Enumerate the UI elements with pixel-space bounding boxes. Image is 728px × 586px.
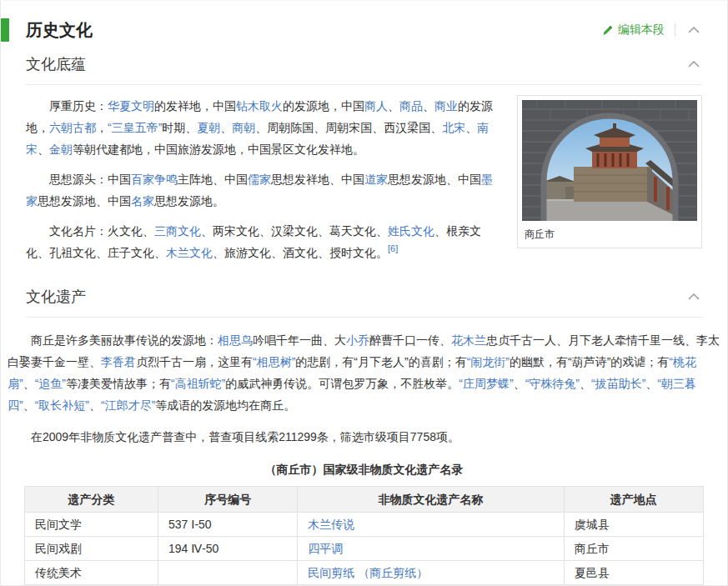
heritage-table-wrapper: 遗产分类序号编号非物质文化遗产名称遗产地点 民间文学537 Ⅰ-50木兰传说虞城… bbox=[1, 486, 727, 585]
inline-link[interactable]: 商业 bbox=[434, 99, 458, 113]
inline-link[interactable]: 花木兰 bbox=[451, 333, 486, 347]
divider bbox=[675, 23, 675, 37]
number-cell: 537 Ⅰ-50 bbox=[158, 513, 298, 537]
text-segment: 、旅游文化、酒文化、授时文化。 bbox=[213, 246, 388, 259]
text-segment: 贞烈千古一扇，这里有 bbox=[136, 355, 253, 368]
inline-link[interactable]: “高祖斩蛇” bbox=[171, 377, 225, 390]
table-row: 传统美术民间剪纸 （商丘剪纸）夏邑县 bbox=[25, 561, 704, 585]
text-segment: 的发祥地，中国 bbox=[154, 99, 236, 113]
text-segment: 、 bbox=[23, 377, 35, 390]
inline-link[interactable]: 姓氏文化 bbox=[388, 224, 434, 238]
collapse-section-button[interactable] bbox=[685, 24, 702, 36]
text-segment: 文化名片：火文化、 bbox=[49, 224, 154, 238]
inline-link[interactable]: 商品 bbox=[399, 99, 423, 113]
text-segment: 、 bbox=[220, 121, 232, 134]
inline-link[interactable]: “三皇五帝” bbox=[108, 121, 162, 134]
inline-link[interactable]: 儒家 bbox=[248, 173, 271, 186]
heritage-item-link[interactable]: 民间剪纸 （商丘剪纸） bbox=[308, 566, 428, 579]
inline-link[interactable]: “守株待兔” bbox=[525, 377, 580, 390]
inline-link[interactable]: “相思树” bbox=[253, 355, 295, 368]
heritage-table: 遗产分类序号编号非物质文化遗产名称遗产地点 民间文学537 Ⅰ-50木兰传说虞城… bbox=[24, 486, 704, 585]
city-gate-photo[interactable] bbox=[522, 100, 697, 221]
heading-accent-bar bbox=[1, 18, 9, 42]
name-cell: 民间剪纸 （商丘剪纸） bbox=[298, 561, 564, 585]
subsection-title: 文化底蕴 bbox=[26, 54, 86, 74]
heritage-item-link[interactable]: 木兰传说 bbox=[308, 518, 354, 531]
inline-link[interactable]: “江郎才尽” bbox=[101, 398, 155, 412]
inline-link[interactable]: “追鱼” bbox=[35, 377, 66, 390]
text-segment: 、 bbox=[38, 143, 49, 156]
inline-link[interactable]: 三商文化 bbox=[154, 224, 201, 238]
location-cell: 虞城县 bbox=[564, 513, 703, 537]
text-segment: 思想发源地、中国 bbox=[38, 194, 131, 208]
collapse-subsection-button[interactable] bbox=[685, 291, 702, 303]
text-segment: 、 bbox=[23, 398, 35, 412]
pencil-icon bbox=[602, 24, 614, 36]
text-segment: ， bbox=[96, 121, 108, 134]
inline-link[interactable]: 六朝古都 bbox=[49, 121, 96, 134]
text-segment: 、 bbox=[89, 398, 101, 412]
text-segment: 、周朝陈国、周朝宋国、西汉梁国、 bbox=[255, 121, 442, 134]
photo-caption: 商丘市 bbox=[522, 221, 697, 243]
inline-link[interactable]: “闹龙街” bbox=[467, 355, 510, 368]
name-cell: 木兰传说 bbox=[298, 513, 564, 537]
text-segment: 等成语的发源地均在商丘。 bbox=[155, 398, 295, 412]
text-segment: 思想发源地。 bbox=[154, 194, 224, 208]
collapse-subsection-button[interactable] bbox=[685, 58, 702, 70]
inline-link[interactable]: 商朝 bbox=[232, 121, 255, 134]
text-segment: 等凄美爱情故事；有 bbox=[66, 377, 171, 390]
column-header: 非物质文化遗产名称 bbox=[298, 487, 564, 513]
column-header: 遗产地点 bbox=[564, 487, 703, 513]
inline-link[interactable]: 百家争鸣 bbox=[131, 173, 178, 186]
paragraph-legends: 商丘是许多美丽故事传说的发源地：相思鸟吟唱千年一曲、大小乔醉曹千口一传、花木兰忠… bbox=[8, 329, 720, 416]
inline-link[interactable]: 华夏文明 bbox=[108, 99, 154, 113]
heritage-table-header-row: 遗产分类序号编号非物质文化遗产名称遗产地点 bbox=[25, 487, 704, 513]
inline-link[interactable]: “庄周梦蝶” bbox=[459, 377, 513, 390]
inline-link[interactable]: 道家 bbox=[364, 173, 388, 186]
photo-card: 商丘市 bbox=[517, 95, 702, 248]
subsection-title: 文化遗产 bbox=[26, 287, 86, 307]
location-cell: 商丘市 bbox=[564, 537, 703, 561]
text-segment: 、 bbox=[645, 377, 657, 390]
text-segment: 在2009年非物质文化遗产普查中，普查项目线索211299条，筛选市级项目775… bbox=[31, 430, 459, 443]
header-actions: 编辑本段 bbox=[602, 23, 702, 38]
chevron-up-icon bbox=[688, 27, 700, 33]
table-row: 民间戏剧194 Ⅳ-50四平调商丘市 bbox=[25, 537, 704, 561]
text-segment: 等朝代建都地，中国旅游发源地，中国景区文化发祥地。 bbox=[73, 143, 364, 156]
name-cell: 四平调 bbox=[298, 537, 564, 561]
inline-link[interactable]: 名家 bbox=[131, 194, 154, 208]
text-segment: 、 bbox=[514, 377, 525, 390]
inline-link[interactable]: 商人 bbox=[364, 99, 388, 113]
inline-link[interactable]: “取长补短” bbox=[35, 398, 89, 412]
inline-link[interactable]: 木兰文化 bbox=[166, 246, 213, 259]
location-cell: 夏邑县 bbox=[564, 561, 703, 585]
inline-link[interactable]: 钻木取火 bbox=[236, 99, 283, 113]
section-header: 历史文化 编辑本段 bbox=[1, 18, 702, 43]
column-header: 遗产分类 bbox=[25, 487, 158, 513]
inline-link[interactable]: 金朝 bbox=[49, 143, 73, 156]
inline-link[interactable]: “拔苗助长” bbox=[591, 377, 645, 390]
category-cell: 传统美术 bbox=[25, 561, 158, 585]
heritage-item-link[interactable]: 四平调 bbox=[308, 542, 343, 555]
reference-link[interactable]: [6] bbox=[388, 243, 398, 253]
page-title: 历史文化 bbox=[26, 19, 93, 42]
text-segment: 思想发源地、中国 bbox=[388, 173, 481, 186]
number-cell: 194 Ⅳ-50 bbox=[158, 537, 298, 561]
text-segment: 吟唱千年一曲、大 bbox=[253, 333, 346, 347]
text-segment: 的发源地，中国 bbox=[283, 99, 364, 113]
inline-link[interactable]: 李香君 bbox=[101, 355, 136, 368]
category-cell: 民间文学 bbox=[25, 513, 158, 537]
chevron-up-icon bbox=[688, 293, 700, 300]
text-segment: 厚重历史： bbox=[49, 99, 108, 113]
text-segment: 的幽默，有“葫芦诗”的戏谑；有 bbox=[510, 355, 669, 368]
text-segment: 、 bbox=[388, 99, 399, 113]
column-header: 序号编号 bbox=[158, 487, 298, 513]
edit-section-button[interactable]: 编辑本段 bbox=[602, 23, 665, 38]
inline-link[interactable]: 相思鸟 bbox=[218, 333, 253, 347]
inline-link[interactable]: 夏朝 bbox=[197, 121, 220, 134]
table-row: 民间文学537 Ⅰ-50木兰传说虞城县 bbox=[25, 513, 704, 537]
chevron-up-icon bbox=[688, 61, 700, 68]
inline-link[interactable]: 小乔 bbox=[346, 333, 369, 347]
inline-link[interactable]: 北宋 bbox=[442, 121, 465, 134]
text-segment: 、 bbox=[423, 99, 434, 113]
